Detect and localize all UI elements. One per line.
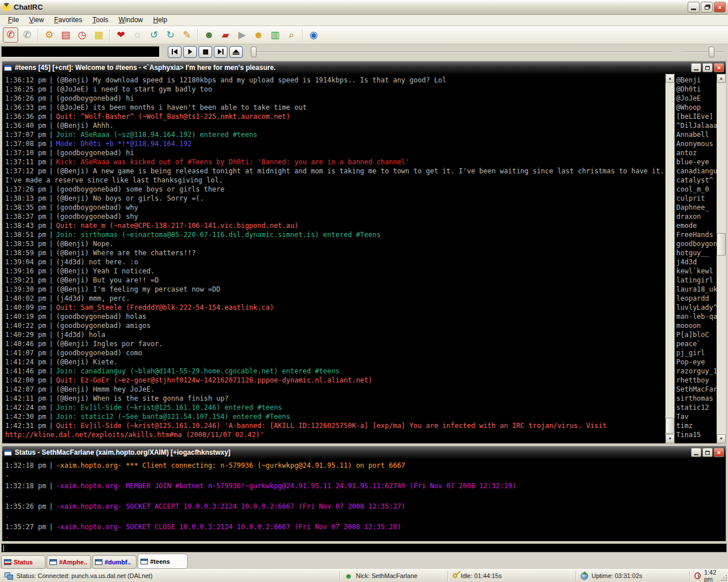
userlist-scrollbar[interactable]: ▲ ▼	[717, 74, 726, 443]
userlist-item[interactable]: @Whoop	[676, 103, 717, 112]
userlist-item[interactable]: moooon	[676, 321, 717, 330]
userlist-item[interactable]: canadianguy	[676, 167, 717, 176]
media-stop-button[interactable]	[198, 46, 212, 58]
toolbar-separator[interactable]	[302, 29, 303, 41]
userlist-item[interactable]: cool_m_0	[676, 185, 717, 194]
toolbar-separator[interactable]	[109, 29, 110, 41]
userlist-item[interactable]: antoz	[676, 148, 717, 157]
channel-close-button[interactable]: ×	[714, 63, 724, 72]
userlist-item[interactable]: timz	[676, 421, 717, 430]
play-button[interactable]: ▶	[234, 27, 250, 43]
userlist-item[interactable]: pj_girl	[676, 348, 717, 357]
resize-grip[interactable]	[720, 574, 727, 581]
userlist-item[interactable]: Anonymous	[676, 139, 717, 148]
close-button[interactable]: ×	[714, 2, 726, 13]
scroll-up-arrow[interactable]: ▲	[717, 74, 726, 83]
menu-item[interactable]: Favorites	[49, 15, 88, 26]
userlist-item[interactable]: [beLIEve]	[676, 112, 717, 121]
userlist-item[interactable]: FreeHands	[676, 230, 717, 239]
userlist-item[interactable]: catalyst^	[676, 176, 717, 185]
info-disc-button[interactable]: ◉	[306, 27, 321, 43]
userlist-item[interactable]: laura18_uk	[676, 285, 717, 294]
media-eject-button[interactable]	[229, 46, 243, 58]
connect-button[interactable]: ✆	[3, 27, 18, 43]
message-input[interactable]	[1, 543, 727, 552]
userlist-scrollbar-thumb[interactable]	[717, 233, 726, 256]
userlist-item[interactable]: culprit	[676, 194, 717, 203]
userlist-item[interactable]: leopardd	[676, 294, 717, 303]
status-message-area[interactable]: 1:32:18 pm|-xaim.hopto.org- *** Client c…	[2, 459, 726, 541]
minimize-button[interactable]	[688, 2, 700, 13]
status-minimize-button[interactable]	[691, 448, 701, 457]
userlist-item[interactable]: P[a]bloC	[676, 330, 717, 339]
userlist-item[interactable]: goodboygonebad	[676, 239, 717, 248]
tab-dumbf[interactable]: #dumbf..	[92, 555, 136, 569]
channel-minimize-button[interactable]	[691, 63, 701, 72]
chat-scrollbar[interactable]: ▲ ▼	[665, 74, 675, 443]
media-next-button[interactable]	[214, 46, 228, 58]
disconnect-button[interactable]: ✆	[19, 27, 35, 43]
userlist-item[interactable]: Annabell	[676, 130, 717, 139]
userlist-item[interactable]: sirthomas	[676, 394, 717, 403]
volume-slider[interactable]	[681, 46, 725, 58]
notes-button[interactable]: ▦	[91, 27, 106, 43]
upload-speed-button[interactable]: ↺	[146, 27, 162, 43]
status-maximize-button[interactable]	[702, 448, 713, 457]
userlist-item[interactable]: rhettboy	[676, 376, 717, 385]
car-button[interactable]: ▰	[218, 27, 233, 43]
userlist-item[interactable]: latingirl	[676, 276, 717, 285]
menu-item[interactable]: Help	[148, 15, 173, 26]
menu-item[interactable]: View	[24, 15, 49, 26]
menu-item[interactable]: Tools	[88, 15, 114, 26]
chat-message-area[interactable]: 1:36:12 pm|(@Benji) My download speed is…	[2, 74, 665, 443]
user-profile-button[interactable]: ☻	[201, 27, 217, 43]
options-gear-button[interactable]: ⚙	[42, 27, 57, 43]
tab-teens[interactable]: #teens	[138, 554, 188, 569]
menu-item[interactable]: File	[3, 15, 24, 26]
scroll-down-arrow[interactable]: ▼	[717, 434, 726, 443]
timer-clock-button[interactable]: ◷	[75, 27, 90, 43]
userlist-item[interactable]: hotguy__	[676, 248, 717, 257]
address-book-button[interactable]: ▤	[58, 27, 73, 43]
userlist-item[interactable]: j4d3d	[676, 257, 717, 267]
download-speed-button[interactable]: ↻	[163, 27, 178, 43]
media-play-button[interactable]	[183, 46, 197, 58]
userlist-item[interactable]: ^DilJalaaa	[676, 121, 717, 130]
userlist-item[interactable]: draxon	[676, 212, 717, 221]
userlist-item[interactable]: @JoJeE	[676, 94, 717, 103]
userlist-item[interactable]: @Benji	[676, 76, 717, 85]
file-search-button[interactable]: ⌕	[284, 27, 299, 43]
userlist-item[interactable]: emode	[676, 221, 717, 230]
userlist-item[interactable]: kewl`kewl	[676, 267, 717, 276]
media-prev-button[interactable]	[168, 46, 181, 58]
userlist-item[interactable]: Tav	[676, 412, 717, 421]
channel-userlist[interactable]: @Benji@Dh0ti@JoJeE@Whoop[beLIEve]^DilJal…	[675, 74, 717, 443]
status-close-button[interactable]: ×	[714, 448, 724, 457]
folder-transfer-button[interactable]: ▥	[267, 27, 283, 43]
scroll-down-arrow[interactable]: ▼	[665, 434, 675, 443]
menu-item[interactable]: Window	[114, 15, 149, 26]
toolbar-separator[interactable]	[197, 29, 198, 41]
channel-maximize-button[interactable]	[702, 63, 713, 72]
chat-scrollbar-thumb[interactable]	[665, 418, 675, 434]
userlist-item[interactable]: Tina15	[676, 430, 717, 439]
toolbar-separator[interactable]	[38, 29, 39, 41]
userlist-item[interactable]: @Dh0ti	[676, 85, 717, 94]
user-chat-button[interactable]: ☻	[251, 27, 266, 43]
userlist-item[interactable]: SethMacFarlane	[676, 385, 717, 394]
userlist-item[interactable]: blue-eye	[676, 157, 717, 167]
restore-button[interactable]	[701, 2, 713, 13]
userlist-item[interactable]: Daphnee_	[676, 203, 717, 212]
seek-slider[interactable]	[249, 46, 672, 58]
userlist-item[interactable]: luvlyLady^_	[676, 303, 717, 312]
userlist-item[interactable]: static12	[676, 403, 717, 412]
userlist-item[interactable]: Pop-eye	[676, 357, 717, 367]
userlist-item[interactable]: peace`	[676, 339, 717, 348]
search-button[interactable]: ◌	[130, 27, 145, 43]
tab-status[interactable]: Status	[1, 555, 46, 569]
edit-pencil-button[interactable]: ✎	[179, 27, 195, 43]
scroll-up-arrow[interactable]: ▲	[665, 74, 675, 83]
favorites-heart-button[interactable]: ❤	[113, 27, 129, 43]
userlist-item[interactable]: man-leb-qat	[676, 312, 717, 321]
tab-amphe[interactable]: #Amphe..	[47, 555, 91, 569]
